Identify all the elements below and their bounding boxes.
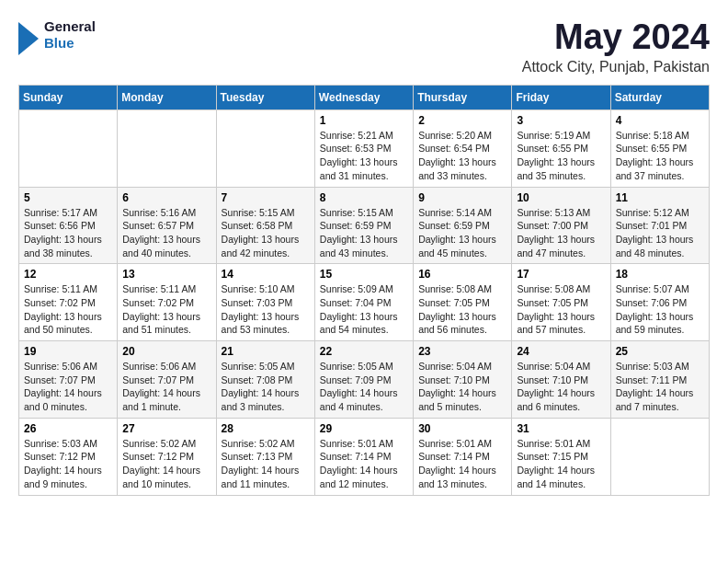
day-number: 27 <box>122 422 210 435</box>
day-number: 8 <box>320 191 408 204</box>
calendar-header-saturday: Saturday <box>610 85 709 109</box>
calendar-cell: 12Sunrise: 5:11 AMSunset: 7:02 PMDayligh… <box>19 264 118 341</box>
day-info: Sunrise: 5:03 AMSunset: 7:11 PMDaylight:… <box>616 360 704 414</box>
day-info: Sunrise: 5:13 AMSunset: 7:00 PMDaylight:… <box>517 206 605 260</box>
calendar-cell: 27Sunrise: 5:02 AMSunset: 7:12 PMDayligh… <box>118 418 216 495</box>
day-info: Sunrise: 5:18 AMSunset: 6:55 PMDaylight:… <box>616 129 704 183</box>
day-number: 6 <box>122 191 210 204</box>
calendar-cell: 16Sunrise: 5:08 AMSunset: 7:05 PMDayligh… <box>414 264 512 341</box>
calendar-cell: 2Sunrise: 5:20 AMSunset: 6:54 PMDaylight… <box>414 109 512 187</box>
day-info: Sunrise: 5:04 AMSunset: 7:10 PMDaylight:… <box>517 360 605 414</box>
calendar-header-friday: Friday <box>512 85 610 109</box>
day-info: Sunrise: 5:20 AMSunset: 6:54 PMDaylight:… <box>418 129 506 183</box>
calendar-cell: 14Sunrise: 5:10 AMSunset: 7:03 PMDayligh… <box>216 264 314 341</box>
day-number: 4 <box>616 114 704 127</box>
day-info: Sunrise: 5:15 AMSunset: 6:59 PMDaylight:… <box>320 206 408 260</box>
day-number: 17 <box>517 268 605 281</box>
day-info: Sunrise: 5:01 AMSunset: 7:14 PMDaylight:… <box>320 437 408 491</box>
calendar-week-row: 5Sunrise: 5:17 AMSunset: 6:56 PMDaylight… <box>19 187 710 264</box>
day-info: Sunrise: 5:01 AMSunset: 7:14 PMDaylight:… <box>418 437 506 491</box>
calendar-cell: 29Sunrise: 5:01 AMSunset: 7:14 PMDayligh… <box>314 418 413 495</box>
day-number: 18 <box>616 268 704 281</box>
calendar-cell: 23Sunrise: 5:04 AMSunset: 7:10 PMDayligh… <box>414 341 512 419</box>
logo-blue-text: Blue <box>44 35 74 51</box>
day-number: 22 <box>320 345 408 358</box>
calendar-cell: 9Sunrise: 5:14 AMSunset: 6:59 PMDaylight… <box>414 187 512 264</box>
calendar-cell: 31Sunrise: 5:01 AMSunset: 7:15 PMDayligh… <box>512 418 610 495</box>
day-info: Sunrise: 5:11 AMSunset: 7:02 PMDaylight:… <box>122 282 210 337</box>
day-info: Sunrise: 5:09 AMSunset: 7:04 PMDaylight:… <box>320 282 408 337</box>
calendar-cell: 26Sunrise: 5:03 AMSunset: 7:12 PMDayligh… <box>19 418 118 495</box>
calendar-cell: 1Sunrise: 5:21 AMSunset: 6:53 PMDaylight… <box>314 109 413 187</box>
calendar-header-row: SundayMondayTuesdayWednesdayThursdayFrid… <box>19 85 710 109</box>
day-info: Sunrise: 5:10 AMSunset: 7:03 PMDaylight:… <box>222 282 310 337</box>
day-info: Sunrise: 5:12 AMSunset: 7:01 PMDaylight:… <box>616 206 704 260</box>
day-info: Sunrise: 5:05 AMSunset: 7:09 PMDaylight:… <box>320 360 408 414</box>
calendar-week-row: 26Sunrise: 5:03 AMSunset: 7:12 PMDayligh… <box>19 418 710 495</box>
calendar-cell: 15Sunrise: 5:09 AMSunset: 7:04 PMDayligh… <box>314 264 413 341</box>
day-info: Sunrise: 5:04 AMSunset: 7:10 PMDaylight:… <box>418 360 506 414</box>
day-info: Sunrise: 5:07 AMSunset: 7:06 PMDaylight:… <box>616 282 704 337</box>
calendar-cell: 21Sunrise: 5:05 AMSunset: 7:08 PMDayligh… <box>216 341 314 419</box>
day-info: Sunrise: 5:01 AMSunset: 7:15 PMDaylight:… <box>517 437 605 491</box>
day-number: 15 <box>320 268 408 281</box>
logo-general-text: General <box>44 18 96 34</box>
calendar-cell: 10Sunrise: 5:13 AMSunset: 7:00 PMDayligh… <box>512 187 610 264</box>
calendar-cell: 13Sunrise: 5:11 AMSunset: 7:02 PMDayligh… <box>118 264 216 341</box>
calendar-header-thursday: Thursday <box>414 85 512 109</box>
calendar-header-wednesday: Wednesday <box>314 85 413 109</box>
day-info: Sunrise: 5:08 AMSunset: 7:05 PMDaylight:… <box>517 282 605 337</box>
calendar-header-tuesday: Tuesday <box>216 85 314 109</box>
day-info: Sunrise: 5:02 AMSunset: 7:12 PMDaylight:… <box>122 437 210 491</box>
calendar-cell <box>216 109 314 187</box>
calendar-week-row: 1Sunrise: 5:21 AMSunset: 6:53 PMDaylight… <box>19 109 710 187</box>
day-number: 23 <box>418 345 506 358</box>
calendar-cell: 28Sunrise: 5:02 AMSunset: 7:13 PMDayligh… <box>216 418 314 495</box>
day-number: 3 <box>517 114 605 127</box>
day-number: 26 <box>24 422 112 435</box>
calendar-cell: 19Sunrise: 5:06 AMSunset: 7:07 PMDayligh… <box>19 341 118 419</box>
day-info: Sunrise: 5:21 AMSunset: 6:53 PMDaylight:… <box>320 129 408 183</box>
calendar-week-row: 19Sunrise: 5:06 AMSunset: 7:07 PMDayligh… <box>19 341 710 419</box>
day-number: 10 <box>517 191 605 204</box>
calendar-cell: 3Sunrise: 5:19 AMSunset: 6:55 PMDaylight… <box>512 109 610 187</box>
calendar-cell: 8Sunrise: 5:15 AMSunset: 6:59 PMDaylight… <box>314 187 413 264</box>
location-subtitle: Attock City, Punjab, Pakistan <box>522 59 710 75</box>
day-info: Sunrise: 5:02 AMSunset: 7:13 PMDaylight:… <box>222 437 310 491</box>
calendar-cell: 24Sunrise: 5:04 AMSunset: 7:10 PMDayligh… <box>512 341 610 419</box>
day-number: 7 <box>222 191 310 204</box>
day-number: 1 <box>320 114 408 127</box>
day-number: 24 <box>517 345 605 358</box>
day-number: 2 <box>418 114 506 127</box>
calendar-header-sunday: Sunday <box>19 85 118 109</box>
day-info: Sunrise: 5:15 AMSunset: 6:58 PMDaylight:… <box>222 206 310 260</box>
day-number: 19 <box>24 345 112 358</box>
day-number: 11 <box>616 191 704 204</box>
day-number: 21 <box>222 345 310 358</box>
calendar-cell: 5Sunrise: 5:17 AMSunset: 6:56 PMDaylight… <box>19 187 118 264</box>
day-info: Sunrise: 5:03 AMSunset: 7:12 PMDaylight:… <box>24 437 112 491</box>
calendar-header-monday: Monday <box>118 85 216 109</box>
day-info: Sunrise: 5:17 AMSunset: 6:56 PMDaylight:… <box>24 206 112 260</box>
day-number: 9 <box>418 191 506 204</box>
month-title: May 2024 <box>522 18 710 57</box>
calendar-cell: 30Sunrise: 5:01 AMSunset: 7:14 PMDayligh… <box>414 418 512 495</box>
day-number: 30 <box>418 422 506 435</box>
day-info: Sunrise: 5:08 AMSunset: 7:05 PMDaylight:… <box>418 282 506 337</box>
day-number: 16 <box>418 268 506 281</box>
day-number: 12 <box>24 268 112 281</box>
calendar-cell: 25Sunrise: 5:03 AMSunset: 7:11 PMDayligh… <box>610 341 709 419</box>
calendar-cell <box>19 109 118 187</box>
page-header: General Blue General Blue May 2024 Attoc… <box>18 18 710 75</box>
calendar-cell: 7Sunrise: 5:15 AMSunset: 6:58 PMDaylight… <box>216 187 314 264</box>
day-info: Sunrise: 5:11 AMSunset: 7:02 PMDaylight:… <box>24 282 112 337</box>
calendar-table: SundayMondayTuesdayWednesdayThursdayFrid… <box>18 85 710 496</box>
calendar-cell <box>610 418 709 495</box>
day-number: 20 <box>122 345 210 358</box>
day-number: 31 <box>517 422 605 435</box>
day-number: 29 <box>320 422 408 435</box>
day-number: 14 <box>222 268 310 281</box>
day-info: Sunrise: 5:06 AMSunset: 7:07 PMDaylight:… <box>122 360 210 414</box>
calendar-cell: 18Sunrise: 5:07 AMSunset: 7:06 PMDayligh… <box>610 264 709 341</box>
calendar-cell: 17Sunrise: 5:08 AMSunset: 7:05 PMDayligh… <box>512 264 610 341</box>
